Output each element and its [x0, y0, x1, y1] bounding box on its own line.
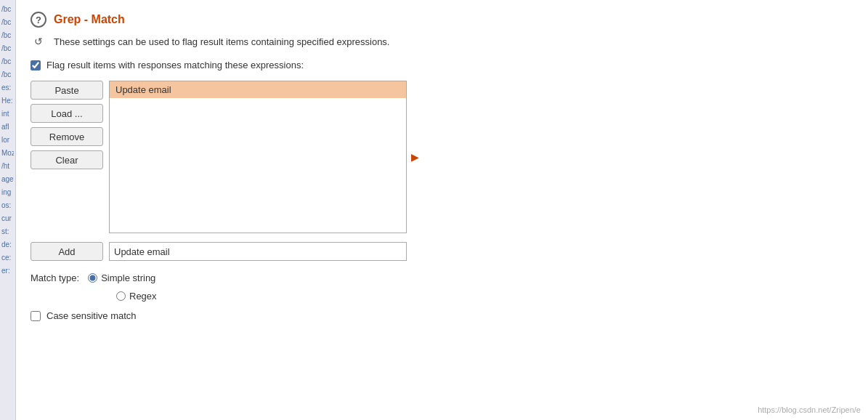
- case-sensitive-checkbox[interactable]: [31, 311, 41, 321]
- regex-label: Regex: [129, 291, 157, 302]
- arrow-indicator: ▶: [411, 151, 419, 163]
- help-icon[interactable]: ?: [31, 12, 46, 28]
- sidebar: /bc /bc /bc /bc /bc /bc es: He: int afl …: [0, 0, 16, 420]
- sidebar-item-8: He:: [1, 94, 14, 108]
- regex-radio[interactable]: [116, 291, 126, 301]
- sidebar-item-6: /bc: [1, 68, 14, 81]
- sidebar-item-13: /ht: [1, 160, 14, 173]
- expression-list[interactable]: Update email: [109, 81, 407, 233]
- add-input[interactable]: [109, 242, 407, 261]
- sidebar-item-16: os:: [1, 199, 14, 212]
- sidebar-item-14: age: [1, 173, 14, 186]
- sidebar-item-2: /bc: [1, 16, 14, 29]
- sidebar-item-11: lor: [1, 134, 14, 147]
- sidebar-item-20: ce:: [1, 251, 14, 264]
- page-title: Grep - Match: [54, 13, 125, 26]
- sidebar-item-17: cur: [1, 212, 14, 225]
- add-row: Add: [31, 242, 853, 261]
- case-sensitive-row: Case sensitive match: [31, 310, 853, 321]
- sidebar-item-4: /bc: [1, 42, 14, 55]
- simple-string-option[interactable]: Simple string: [88, 272, 155, 283]
- regex-option[interactable]: Regex: [116, 291, 157, 302]
- simple-string-radio[interactable]: [88, 273, 97, 283]
- regex-row: Regex: [116, 291, 853, 302]
- header-row: ? Grep - Match: [31, 12, 853, 28]
- case-sensitive-label: Case sensitive match: [46, 310, 137, 321]
- flag-checkbox[interactable]: [31, 60, 41, 70]
- flag-checkbox-row: Flag result items with responses matchin…: [31, 60, 853, 70]
- main-panel: ? Grep - Match ↺ These settings can be u…: [16, 0, 868, 420]
- sidebar-item-7: es:: [1, 81, 14, 94]
- flag-checkbox-label: Flag result items with responses matchin…: [46, 60, 304, 70]
- sidebar-item-19: de:: [1, 238, 14, 251]
- load-button[interactable]: Load ...: [31, 104, 103, 123]
- button-column: Paste Load ... Remove Clear: [31, 81, 103, 169]
- reset-icon[interactable]: ↺: [31, 33, 46, 49]
- controls-area: Paste Load ... Remove Clear Update email…: [31, 81, 853, 233]
- match-type-row: Match type: Simple string: [31, 272, 853, 283]
- sidebar-item-12: Moz: [1, 147, 14, 160]
- list-item[interactable]: Update email: [110, 81, 406, 98]
- list-area: Update email ▶: [109, 81, 419, 233]
- sidebar-item-18: st:: [1, 225, 14, 238]
- clear-button[interactable]: Clear: [31, 150, 103, 169]
- sidebar-item-10: afl: [1, 121, 14, 134]
- sidebar-item-5: /bc: [1, 55, 14, 68]
- sidebar-item-9: int: [1, 108, 14, 121]
- sidebar-item-3: /bc: [1, 29, 14, 42]
- add-button[interactable]: Add: [31, 242, 103, 261]
- paste-button[interactable]: Paste: [31, 81, 103, 100]
- sidebar-item-1: /bc: [1, 3, 14, 16]
- watermark: https://blog.csdn.net/Zripen/e: [758, 405, 861, 414]
- match-type-label: Match type:: [31, 272, 79, 283]
- reset-row: ↺ These settings can be used to flag res…: [31, 33, 853, 49]
- description-text: These settings can be used to flag resul…: [54, 36, 389, 47]
- simple-string-label: Simple string: [101, 272, 155, 283]
- remove-button[interactable]: Remove: [31, 127, 103, 146]
- sidebar-item-21: er:: [1, 264, 14, 278]
- sidebar-item-15: ing: [1, 186, 14, 199]
